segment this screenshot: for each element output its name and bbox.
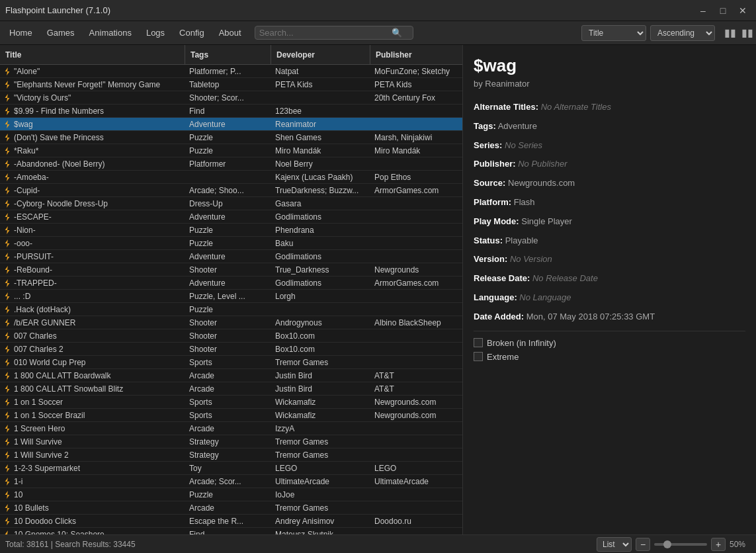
col-header-publisher: Publisher [370, 45, 463, 64]
table-row[interactable]: -ooo- Puzzle Baku [0, 237, 462, 250]
menu-home[interactable]: Home [3, 25, 39, 40]
menu-games[interactable]: Games [40, 25, 81, 40]
table-row[interactable]: 1 on 1 Soccer Brazil Sports Wickamafiz N… [0, 409, 462, 422]
table-row[interactable]: $9.99 - Find the Numbers Find 123bee [0, 105, 462, 118]
table-row[interactable]: 10 Puzzle IoJoe [0, 488, 462, 501]
table-row[interactable]: -Abandoned- (Noel Berry) Platformer Noel… [0, 157, 462, 171]
table-row[interactable]: -Cupid- Arcade; Shoo... TrueDarkness; Bu… [0, 184, 462, 197]
table-row[interactable]: 1-i Arcade; Scor... UltimateArcade Ultim… [0, 475, 462, 488]
menu-bar: Home Games Animations Logs Config About … [0, 21, 756, 45]
cell-publisher [370, 488, 462, 501]
value-publisher: No Publisher [518, 159, 567, 169]
table-row[interactable]: 1 Will Survive 2 Strategy Tremor Games [0, 448, 462, 462]
cell-developer: Box10.com [271, 343, 370, 355]
maximize-button[interactable]: □ [715, 4, 731, 17]
cell-tags: Adventure [185, 118, 271, 130]
minimize-button[interactable]: – [695, 4, 711, 17]
detail-row-alternate-titles: Alternate Titles: No Alternate Titles [474, 101, 745, 114]
cell-tags: Find [185, 105, 271, 117]
table-row[interactable]: 010 World Cup Prep Sports Tremor Games [0, 356, 462, 369]
table-row[interactable]: -PURSUIT- Adventure Godlimations [0, 250, 462, 263]
table-row[interactable]: "Alone" Platformer; P... Natpat MoFunZon… [0, 65, 462, 78]
flash-icon [3, 133, 12, 142]
game-list-scroll[interactable]: "Alone" Platformer; P... Natpat MoFunZon… [0, 65, 462, 534]
flash-icon [3, 199, 12, 208]
table-row[interactable]: 10 Gnomes 10: Seashore Find Mateusz Skut… [0, 528, 462, 534]
table-row[interactable]: "Elephants Never Forget!" Memory Game Ta… [0, 78, 462, 91]
table-row[interactable]: 1 800 CALL ATT Snowball Blitz Arcade Jus… [0, 382, 462, 396]
detail-row-tags: Tags: Adventure [474, 120, 745, 134]
table-row[interactable]: 1 Will Survive Strategy Tremor Games [0, 435, 462, 448]
table-row[interactable]: 1 Screen Hero Arcade IzzyA [0, 422, 462, 435]
flash-icon [3, 424, 12, 433]
table-row[interactable]: -Cyborg- Noodle Dress-Up Dress-Up Gasara [0, 197, 462, 210]
label-playmode: Play Mode: [474, 216, 519, 226]
view-mode-select[interactable]: List Grid [597, 537, 632, 552]
extreme-checkbox[interactable] [474, 352, 483, 361]
cell-title: 1 Screen Hero [0, 422, 185, 435]
sort-order-select[interactable]: Ascending Descending [650, 25, 715, 41]
table-row[interactable]: -ReBound- Shooter True_Darkness Newgroun… [0, 263, 462, 276]
table-row[interactable]: ... :D Puzzle, Level ... Lorgh [0, 290, 462, 303]
svg-marker-27 [5, 425, 10, 433]
play-button[interactable]: ▮▮ [724, 26, 736, 39]
flash-icon [3, 305, 12, 314]
cell-title: 010 World Cup Prep [0, 356, 185, 368]
cell-publisher: Newgrounds.com [370, 396, 462, 408]
game-list: "Alone" Platformer; P... Natpat MoFunZon… [0, 65, 462, 534]
cell-tags: Strategy [185, 448, 271, 461]
zoom-in-button[interactable]: + [711, 538, 726, 551]
cell-developer: Kajenx (Lucas Paakh) [271, 171, 370, 183]
search-button[interactable]: 🔍 [392, 28, 402, 38]
stop-button[interactable]: ▮▮ [741, 26, 753, 39]
search-results-count: | Search Results: 33445 [51, 540, 136, 549]
table-row[interactable]: -TRAPPED- Adventure Godlimations ArmorGa… [0, 276, 462, 290]
cell-title: 1-i [0, 475, 185, 488]
cell-title: /b/EAR GUNNER [0, 316, 185, 329]
table-row[interactable]: .Hack (dotHack) Puzzle [0, 303, 462, 316]
table-row[interactable]: 007 Charles Shooter Box10.com [0, 329, 462, 343]
cell-developer: Lorgh [271, 290, 370, 302]
cell-publisher: ArmorGames.com [370, 184, 462, 196]
broken-checkbox[interactable] [474, 338, 483, 347]
cell-developer: Godlimations [271, 250, 370, 263]
zoom-out-button[interactable]: − [636, 538, 650, 551]
table-row[interactable]: 1-2-3 Supermarket Toy LEGO LEGO [0, 462, 462, 475]
table-row[interactable]: /b/EAR GUNNER Shooter Androgynous Albino… [0, 316, 462, 329]
cell-publisher [370, 210, 462, 223]
menu-about[interactable]: About [212, 25, 248, 40]
svg-marker-30 [5, 464, 10, 472]
table-row[interactable]: "Victory is Ours" Shooter; Scor... 20th … [0, 91, 462, 105]
close-button[interactable]: ✕ [735, 4, 751, 17]
cell-tags: Shooter [185, 316, 271, 329]
table-row[interactable]: (Don't) Save the Princess Puzzle Shen Ga… [0, 131, 462, 144]
table-row[interactable]: 10 Bullets Arcade Tremor Games [0, 501, 462, 515]
toolbar-icons: ▮▮ ▮▮ [724, 26, 753, 39]
cell-title: -Cupid- [0, 184, 185, 196]
table-row[interactable]: 1 800 CALL ATT Boardwalk Arcade Justin B… [0, 369, 462, 382]
table-row[interactable]: -Amoeba- Kajenx (Lucas Paakh) Pop Ethos [0, 171, 462, 184]
menu-config[interactable]: Config [173, 25, 211, 40]
menu-logs[interactable]: Logs [140, 25, 171, 40]
cell-developer: Andrey Anisimov [271, 515, 370, 527]
menu-animations[interactable]: Animations [83, 25, 138, 40]
table-row[interactable]: 007 Charles 2 Shooter Box10.com [0, 343, 462, 356]
cell-developer: Justin Bird [271, 369, 370, 382]
table-row[interactable]: -Nion- Puzzle Phendrana [0, 224, 462, 237]
flash-icon [3, 93, 12, 103]
table-row[interactable]: 1 on 1 Soccer Sports Wickamafiz Newgroun… [0, 396, 462, 409]
cell-tags: Arcade [185, 369, 271, 382]
cell-developer: IoJoe [271, 488, 370, 501]
cell-publisher: LEGO [370, 462, 462, 474]
table-row[interactable]: *Raku* Puzzle Miro Mandák Miro Mandák [0, 144, 462, 157]
cell-developer: Shen Games [271, 131, 370, 144]
table-row[interactable]: $wag Adventure Reanimator [0, 118, 462, 131]
detail-row-source: Source: Newgrounds.com [474, 177, 745, 191]
label-release-date: Release Date: [474, 273, 530, 283]
table-row[interactable]: -ESCAPE- Adventure Godlimations [0, 210, 462, 224]
table-row[interactable]: 10 Doodoo Clicks Escape the R... Andrey … [0, 515, 462, 528]
cell-tags: Arcade [185, 422, 271, 435]
search-input[interactable] [259, 28, 392, 38]
sort-field-select[interactable]: Title Developer Publisher Tags Date Adde… [581, 25, 646, 41]
zoom-slider[interactable] [654, 543, 707, 546]
